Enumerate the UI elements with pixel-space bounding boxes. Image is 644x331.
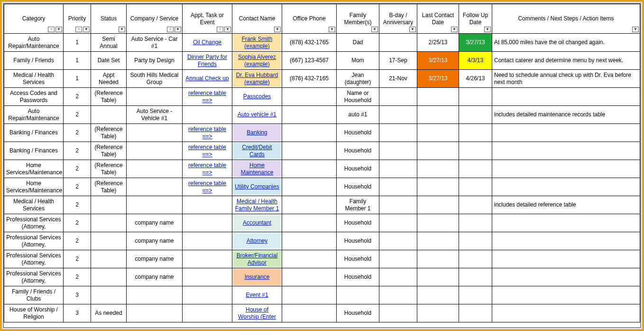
cell-status[interactable]: (Reference Table) [91, 178, 127, 196]
cell-comments[interactable]: At 85,000 miles have the oil changed aga… [492, 34, 640, 52]
cell-office[interactable]: (667) 123-4567 [282, 52, 337, 70]
cell-family[interactable]: Name or Household [337, 88, 379, 106]
cell-lastcontact[interactable] [417, 214, 459, 232]
cell-lastcontact[interactable] [417, 142, 459, 160]
filter-icon[interactable] [119, 27, 125, 32]
cell-family[interactable]: Jean (daughter) [337, 70, 379, 88]
filter-icon[interactable] [484, 27, 491, 32]
cell-followup[interactable] [459, 268, 492, 286]
header-company[interactable]: Company / Service [127, 4, 183, 34]
cell-family[interactable] [337, 286, 379, 304]
cell-priority[interactable]: 2 [64, 124, 91, 142]
cell-comments[interactable] [492, 178, 640, 196]
cell-lastcontact[interactable] [417, 304, 459, 322]
appt-link[interactable]: reference table ==> [188, 126, 226, 140]
cell-followup[interactable]: 4/3/13 [459, 52, 492, 70]
contact-link[interactable]: House of Worship (Enter [235, 306, 279, 321]
cell-comments[interactable]: Need to schedule annual check up with Dr… [492, 70, 640, 88]
cell-appt[interactable] [183, 106, 232, 124]
appt-link[interactable]: reference table ==> [188, 180, 226, 194]
cell-followup[interactable] [459, 232, 492, 250]
cell-office[interactable] [282, 160, 337, 178]
filter-icon[interactable] [329, 27, 335, 32]
cell-office[interactable] [282, 142, 337, 160]
contact-link[interactable]: Auto vehicle #1 [238, 111, 276, 118]
cell-comments[interactable] [492, 232, 640, 250]
cell-status[interactable] [91, 232, 127, 250]
cell-priority[interactable]: 3 [64, 286, 91, 304]
cell-appt[interactable]: reference table ==> [183, 142, 232, 160]
cell-status[interactable]: Date Set [91, 52, 127, 70]
cell-category[interactable]: Banking / Finances [4, 142, 64, 160]
cell-company[interactable] [127, 142, 183, 160]
cell-appt[interactable]: reference table ==> [183, 88, 232, 106]
cell-category[interactable]: Banking / Finances [4, 124, 64, 142]
cell-office[interactable] [282, 268, 337, 286]
cell-bday[interactable] [379, 286, 417, 304]
cell-followup[interactable] [459, 304, 492, 322]
cell-category[interactable]: Access Codes and Passwords [4, 88, 64, 106]
cell-company[interactable]: Party by Design [127, 52, 183, 70]
cell-office[interactable] [282, 106, 337, 124]
cell-contact[interactable]: Attorney [232, 232, 282, 250]
contact-link[interactable]: Dr. Eva Hubbard (example) [235, 72, 279, 86]
filter-icon[interactable] [371, 27, 378, 32]
cell-comments[interactable] [492, 214, 640, 232]
cell-priority[interactable]: 2 [64, 88, 91, 106]
cell-family[interactable]: Household [337, 250, 379, 268]
cell-bday[interactable] [379, 196, 417, 214]
cell-office[interactable]: (878) 432-1765 [282, 34, 337, 52]
cell-company[interactable] [127, 304, 183, 322]
cell-bday[interactable] [379, 160, 417, 178]
cell-office[interactable] [282, 124, 337, 142]
cell-status[interactable] [91, 286, 127, 304]
cell-family[interactable]: Household [337, 124, 379, 142]
cell-office[interactable] [282, 250, 337, 268]
cell-company[interactable] [127, 196, 183, 214]
contact-link[interactable]: Sophia Alverez (example) [235, 54, 279, 68]
appt-link[interactable]: reference table ==> [188, 90, 226, 104]
cell-priority[interactable]: 2 [64, 232, 91, 250]
cell-followup[interactable] [459, 106, 492, 124]
cell-appt[interactable] [183, 214, 232, 232]
cell-status[interactable] [91, 250, 127, 268]
cell-category[interactable]: Professional Services (Attorney, [4, 232, 64, 250]
cell-family[interactable]: Household [337, 304, 379, 322]
contact-link[interactable]: Credit/Debit Cards [235, 144, 279, 158]
filter-icon[interactable] [224, 27, 231, 32]
cell-priority[interactable]: 2 [64, 214, 91, 232]
cell-category[interactable]: Medical / Health Services [4, 196, 64, 214]
cell-category[interactable]: House of Worship / Religion [4, 304, 64, 322]
cell-followup[interactable] [459, 178, 492, 196]
cell-priority[interactable]: 2 [64, 250, 91, 268]
filter-icon[interactable] [451, 27, 458, 32]
cell-contact[interactable]: Passcodes [232, 88, 282, 106]
cell-appt[interactable] [183, 196, 232, 214]
cell-company[interactable]: Auto Service - Car #1 [127, 34, 183, 52]
filter-icon[interactable] [409, 27, 416, 32]
cell-company[interactable]: company name [127, 232, 183, 250]
sort-icon[interactable] [48, 27, 55, 32]
header-lastcontact[interactable]: Last Contact Date [417, 4, 459, 34]
cell-followup[interactable] [459, 142, 492, 160]
cell-followup[interactable] [459, 286, 492, 304]
cell-category[interactable]: Auto Repair/Maintenance [4, 34, 64, 52]
cell-office[interactable] [282, 304, 337, 322]
contact-link[interactable]: Frank Smith (example) [235, 36, 279, 50]
cell-lastcontact[interactable] [417, 106, 459, 124]
cell-lastcontact[interactable] [417, 250, 459, 268]
cell-status[interactable] [91, 106, 127, 124]
cell-family[interactable]: Household [337, 160, 379, 178]
cell-contact[interactable]: Auto vehicle #1 [232, 106, 282, 124]
filter-icon[interactable] [632, 27, 639, 32]
cell-category[interactable]: Medical / Health Services [4, 70, 64, 88]
cell-contact[interactable]: Accountant [232, 214, 282, 232]
cell-contact[interactable]: House of Worship (Enter [232, 304, 282, 322]
cell-contact[interactable]: Frank Smith (example) [232, 34, 282, 52]
cell-appt[interactable] [183, 286, 232, 304]
cell-followup[interactable] [459, 250, 492, 268]
cell-comments[interactable] [492, 286, 640, 304]
cell-followup[interactable]: 3/27/13 [459, 34, 492, 52]
cell-comments[interactable]: includes detailed reference table [492, 196, 640, 214]
cell-bday[interactable] [379, 250, 417, 268]
